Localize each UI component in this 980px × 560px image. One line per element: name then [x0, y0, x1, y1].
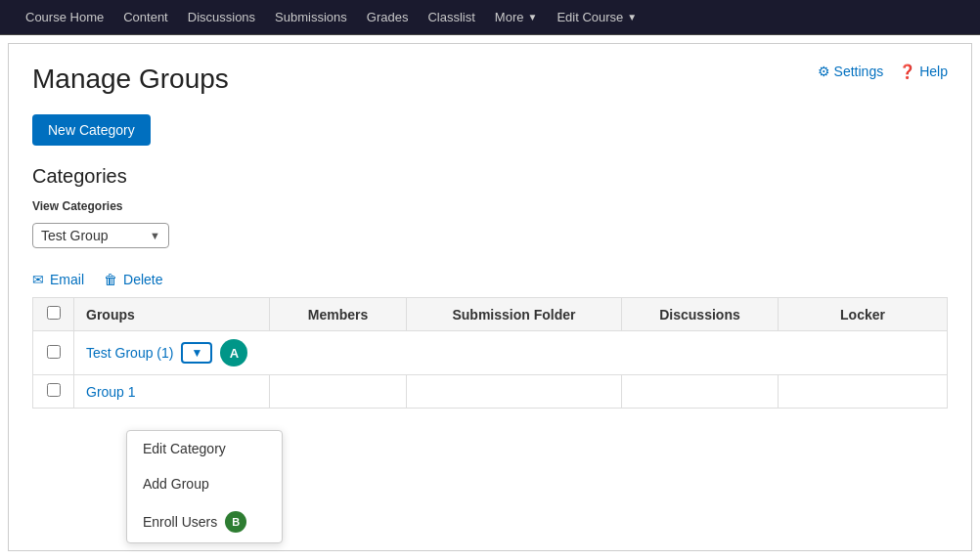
help-icon: ❓: [899, 64, 915, 79]
main-content: Manage Groups ⚙ Settings ❓ Help New Cate…: [8, 43, 972, 551]
group1-submission-cell: [407, 375, 622, 409]
header-submission: Submission Folder: [407, 298, 622, 331]
settings-link[interactable]: ⚙ Settings: [818, 64, 884, 79]
groups-table: Groups Members Submission Folder Discuss…: [32, 297, 948, 409]
table-header-row: Groups Members Submission Folder Discuss…: [33, 298, 948, 331]
delete-icon: 🗑: [104, 272, 117, 287]
nav-grades[interactable]: Grades: [357, 0, 419, 35]
page-header: Manage Groups ⚙ Settings ❓ Help: [32, 64, 948, 95]
new-category-button[interactable]: New Category: [32, 114, 151, 146]
edit-course-dropdown-arrow: ▼: [627, 12, 637, 22]
group1-name-cell: Group 1: [74, 375, 270, 409]
settings-icon: ⚙: [818, 64, 830, 79]
table-row: Group 1: [33, 375, 948, 409]
group-dropdown-menu: Edit Category Add Group Enroll Users B: [126, 430, 283, 543]
group1-members-cell: [270, 375, 407, 409]
selected-category-text: Test Group: [41, 228, 108, 243]
group-dropdown-toggle[interactable]: ▼: [181, 342, 212, 364]
group-category-link[interactable]: Test Group (1): [86, 345, 173, 361]
dropdown-chevron-icon: ▼: [191, 346, 202, 360]
dropdown-enroll-users[interactable]: Enroll Users B: [127, 501, 282, 542]
nav-discussions[interactable]: Discussions: [178, 0, 265, 35]
nav-submissions[interactable]: Submissions: [265, 0, 357, 35]
help-link[interactable]: ❓ Help: [899, 64, 948, 79]
group-name-container: Test Group (1) ▼ A: [86, 339, 935, 366]
email-icon: ✉: [32, 272, 44, 287]
group-category-checkbox-cell: [33, 331, 74, 375]
categories-section: Categories View Categories Test Group ▼: [32, 165, 948, 248]
header-actions: ⚙ Settings ❓ Help: [818, 64, 948, 79]
group1-checkbox[interactable]: [47, 383, 61, 397]
group-category-checkbox[interactable]: [47, 345, 61, 359]
header-members: Members: [270, 298, 407, 331]
group1-link[interactable]: Group 1: [86, 384, 136, 400]
nav-edit-course[interactable]: Edit Course ▼: [547, 0, 646, 35]
header-locker: Locker: [779, 298, 948, 331]
header-groups: Groups: [74, 298, 270, 331]
top-nav: Course Home Content Discussions Submissi…: [0, 0, 980, 35]
action-bar: ✉ Email 🗑 Delete: [32, 272, 948, 287]
enroll-users-avatar: B: [225, 511, 246, 533]
page-title: Manage Groups: [32, 64, 229, 95]
group-avatar-a[interactable]: A: [220, 339, 247, 366]
nav-classlist[interactable]: Classlist: [418, 0, 484, 35]
select-all-checkbox[interactable]: [47, 306, 61, 320]
email-button[interactable]: ✉ Email: [32, 272, 84, 287]
group-category-row: Test Group (1) ▼ A: [33, 331, 948, 375]
nav-more[interactable]: More ▼: [485, 0, 548, 35]
categories-heading: Categories: [32, 165, 948, 188]
group1-locker-cell: [779, 375, 948, 409]
category-chevron-icon: ▼: [150, 230, 160, 241]
group-category-name-cell: Test Group (1) ▼ A: [74, 331, 948, 375]
delete-button[interactable]: 🗑 Delete: [104, 272, 162, 287]
category-dropdown[interactable]: Test Group ▼: [32, 223, 169, 248]
nav-content[interactable]: Content: [113, 0, 178, 35]
group1-discussions-cell: [622, 375, 779, 409]
more-dropdown-arrow: ▼: [527, 12, 537, 22]
header-discussions: Discussions: [622, 298, 779, 331]
view-categories-label: View Categories: [32, 199, 948, 213]
header-checkbox-cell: [33, 298, 74, 331]
group1-checkbox-cell: [33, 375, 74, 409]
dropdown-edit-category[interactable]: Edit Category: [127, 431, 282, 466]
dropdown-add-group[interactable]: Add Group: [127, 466, 282, 501]
nav-course-home[interactable]: Course Home: [16, 0, 113, 35]
